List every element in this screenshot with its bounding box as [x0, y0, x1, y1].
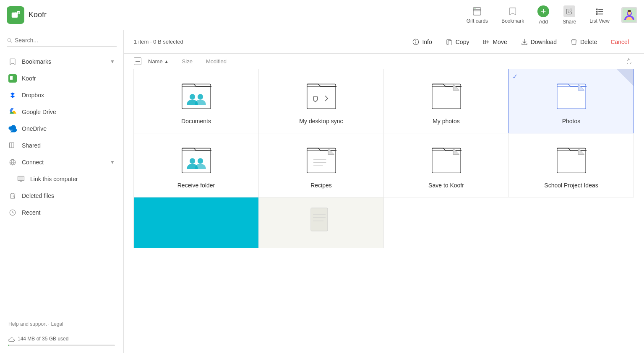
- google-drive-label: Google Drive: [22, 109, 56, 115]
- bookmarks-icon: [8, 57, 17, 66]
- svg-rect-8: [596, 8, 598, 10]
- item-label: School Project Ideas: [544, 182, 598, 189]
- app-title: Koofr: [29, 10, 47, 19]
- bookmark-button[interactable]: Bookmark: [496, 3, 529, 27]
- bookmark-icon: [508, 6, 518, 16]
- folder-icon: [555, 143, 588, 177]
- list-view-icon: [594, 6, 605, 16]
- svg-rect-39: [182, 84, 210, 109]
- sidebar-item-recent[interactable]: Recent: [0, 204, 123, 221]
- svg-rect-27: [18, 176, 24, 180]
- list-item[interactable]: Receive folder: [133, 133, 259, 197]
- sidebar-item-deleted-files[interactable]: Deleted files: [0, 187, 123, 204]
- svg-point-47: [189, 158, 195, 164]
- item-label: My desktop sync: [299, 118, 343, 125]
- storage-fill: [8, 345, 9, 346]
- sidebar-item-link-computer[interactable]: Link this computer: [0, 171, 123, 187]
- list-item[interactable]: Documents: [133, 69, 259, 133]
- header-actions: ✂ Gift cards Bookmark + Add: [461, 2, 637, 28]
- column-headers: Name ▲ Size Modified: [124, 54, 644, 69]
- dropbox-icon: [8, 91, 17, 99]
- sidebar-item-google-drive[interactable]: Google Drive: [0, 104, 123, 120]
- logo-icon: ★: [7, 6, 24, 24]
- folder-people-icon: [180, 143, 213, 177]
- svg-line-19: [10, 41, 12, 42]
- delete-icon: [570, 38, 578, 46]
- list-view-button[interactable]: List View: [584, 3, 615, 27]
- move-button[interactable]: Move: [477, 36, 512, 48]
- search-input[interactable]: [15, 37, 117, 44]
- svg-point-40: [189, 94, 195, 99]
- sidebar-item-koofr[interactable]: Koofr: [0, 70, 123, 87]
- svg-rect-9: [596, 11, 598, 13]
- svg-rect-55: [311, 208, 328, 231]
- thumbnail-light: [259, 197, 383, 248]
- copy-button[interactable]: Copy: [441, 36, 475, 48]
- sidebar-item-onedrive[interactable]: OneDrive: [0, 120, 123, 137]
- avatar[interactable]: [621, 7, 637, 23]
- svg-rect-23: [10, 143, 14, 148]
- svg-point-18: [8, 39, 11, 42]
- select-all-checkbox[interactable]: [134, 57, 141, 65]
- sidebar-item-shared[interactable]: Shared: [0, 137, 123, 154]
- refresh-button[interactable]: [627, 57, 634, 65]
- list-item[interactable]: [133, 197, 259, 248]
- recent-label: Recent: [22, 209, 40, 216]
- svg-point-48: [197, 158, 203, 164]
- help-link[interactable]: Help and support: [8, 321, 47, 327]
- info-button[interactable]: Info: [407, 36, 437, 48]
- share-button[interactable]: Share: [558, 2, 581, 28]
- item-label: Photos: [562, 118, 581, 125]
- item-label: Receive folder: [177, 182, 215, 189]
- folder-icon: [555, 79, 588, 113]
- link-computer-label: Link this computer: [30, 176, 78, 182]
- content-area: 1 item · 0 B selected Info Copy: [124, 30, 644, 353]
- gift-cards-label: Gift cards: [467, 18, 488, 24]
- svg-rect-13: [598, 13, 603, 14]
- sidebar-item-connect[interactable]: Connect ▼: [0, 154, 123, 171]
- list-item[interactable]: ✓ Photos: [508, 69, 634, 133]
- sort-by-size[interactable]: Size: [182, 58, 193, 65]
- list-item[interactable]: Save to Koofr: [383, 133, 509, 197]
- list-item[interactable]: School Project Ideas: [508, 133, 634, 197]
- svg-rect-36: [448, 41, 452, 45]
- gift-cards-button[interactable]: ✂ Gift cards: [461, 3, 493, 27]
- svg-rect-46: [182, 148, 210, 173]
- folder-icon: [430, 143, 463, 177]
- sidebar: Bookmarks ▼ Koofr: [0, 30, 124, 353]
- add-button[interactable]: + Add: [532, 2, 554, 28]
- item-label: Documents: [181, 118, 211, 125]
- list-item[interactable]: My photos: [383, 69, 509, 133]
- info-icon: [412, 38, 420, 46]
- sidebar-item-dropbox[interactable]: Dropbox: [0, 87, 123, 104]
- refresh-icon: [627, 57, 634, 64]
- svg-point-41: [197, 94, 203, 99]
- google-drive-icon: [8, 108, 17, 116]
- delete-button[interactable]: Delete: [565, 36, 602, 48]
- sort-by-name[interactable]: Name ▲: [148, 58, 169, 65]
- svg-rect-42: [307, 84, 335, 109]
- svg-rect-17: [628, 10, 631, 12]
- list-item[interactable]: [258, 197, 384, 248]
- item-label: Recipes: [310, 182, 332, 189]
- sort-by-modified[interactable]: Modified: [206, 58, 227, 65]
- cancel-button[interactable]: Cancel: [605, 36, 634, 48]
- svg-rect-11: [598, 9, 603, 10]
- svg-rect-6: [473, 10, 481, 11]
- legal-link[interactable]: Legal: [51, 321, 63, 327]
- list-item[interactable]: My desktop sync: [258, 69, 384, 133]
- download-button[interactable]: Download: [516, 36, 562, 48]
- koofr-icon: [8, 74, 17, 83]
- folder-people-icon: [180, 79, 213, 113]
- onedrive-icon: [8, 125, 17, 133]
- selection-info: 1 item · 0 B selected: [134, 39, 404, 45]
- link-computer-icon: [17, 175, 25, 183]
- svg-point-22: [10, 128, 17, 132]
- sidebar-item-bookmarks[interactable]: Bookmarks ▼: [0, 53, 123, 70]
- item-label: Save to Koofr: [428, 182, 464, 189]
- gift-cards-icon: ✂: [472, 6, 482, 16]
- cloud-icon: [8, 335, 15, 342]
- koofr-label: Koofr: [22, 75, 36, 82]
- folder-icon: [430, 79, 463, 113]
- list-item[interactable]: Recipes: [258, 133, 384, 197]
